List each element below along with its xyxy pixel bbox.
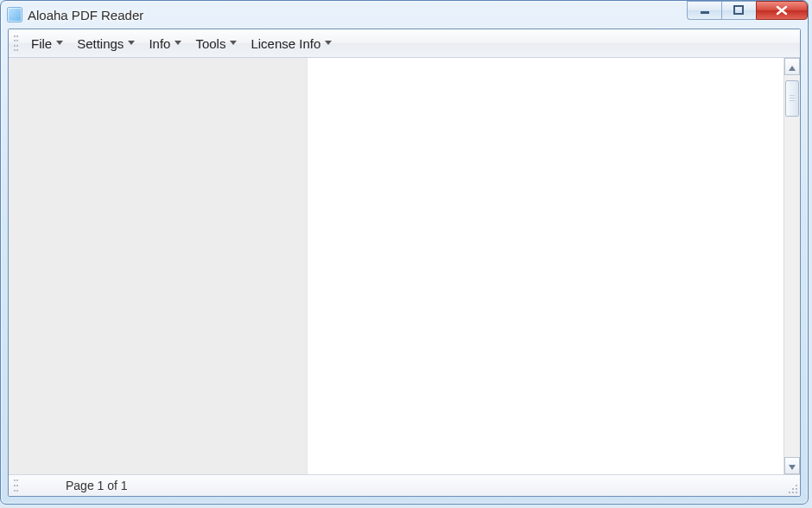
chevron-down-icon [128,41,135,46]
toolbar-grip-icon[interactable] [14,479,19,492]
maximize-button[interactable] [721,1,756,20]
svg-rect-1 [734,6,743,14]
svg-point-3 [792,488,794,490]
toolbar-grip-icon[interactable] [14,35,19,51]
scroll-thumb[interactable] [785,80,799,117]
svg-point-6 [792,492,794,493]
chevron-down-icon [789,458,796,473]
vertical-scrollbar[interactable] [783,58,800,474]
menu-file[interactable]: File [22,31,68,55]
menu-label: File [31,36,52,51]
window-title: Aloaha PDF Reader [28,8,143,22]
app-icon [8,8,22,22]
side-panel[interactable] [9,58,308,474]
svg-point-4 [796,488,797,490]
caption-buttons [687,1,808,20]
chevron-down-icon [325,41,332,46]
title-bar[interactable]: Aloaha PDF Reader [1,1,808,29]
svg-rect-0 [701,11,709,14]
chevron-up-icon [789,59,796,74]
close-icon [775,5,789,16]
menu-bar: File Settings Info Tools [9,29,800,58]
menu-label: Info [149,36,170,51]
close-button[interactable] [756,1,808,20]
maximize-icon [733,5,745,16]
chevron-down-icon [174,41,181,46]
menu-label: License Info [251,36,320,51]
minimize-button[interactable] [687,1,721,20]
page-indicator: Page 1 of 1 [66,479,128,492]
status-bar: Page 1 of 1 [9,474,800,496]
resize-grip-icon[interactable] [786,482,798,494]
minimize-icon [700,5,710,16]
svg-point-2 [796,485,797,486]
chevron-down-icon [230,41,237,46]
scroll-track[interactable] [784,75,800,457]
document-area [308,58,800,474]
svg-point-7 [796,492,797,493]
menu-label: Settings [77,36,124,51]
workspace [9,58,800,474]
menu-tools[interactable]: Tools [187,31,242,55]
chevron-down-icon [56,41,63,46]
scroll-up-button[interactable] [784,58,800,75]
menu-label: Tools [195,36,225,51]
menu-license-info[interactable]: License Info [242,31,337,55]
svg-point-5 [789,492,790,493]
scroll-down-button[interactable] [784,457,800,474]
app-window: Aloaha PDF Reader [0,0,809,505]
document-canvas[interactable] [308,58,783,474]
menu-info[interactable]: Info [140,31,187,55]
client-area: File Settings Info Tools [8,29,801,497]
menu-settings[interactable]: Settings [68,31,140,55]
